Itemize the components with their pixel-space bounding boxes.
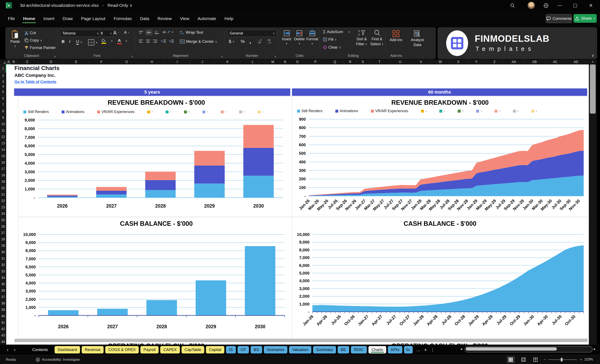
column-header-S[interactable]: S [356,60,369,64]
row-header-43[interactable]: 43 [0,332,6,339]
row-header-38[interactable]: 38 [0,300,6,307]
ribbon-tab-draw[interactable]: Draw [59,14,76,23]
row-header-41[interactable]: 41 [0,319,6,326]
font-dialog-launcher-icon[interactable]: ↘ [131,55,133,58]
row-header-35[interactable]: 35 [0,281,6,288]
orientation-button[interactable]: ab ∨ [162,30,173,34]
column-header-D[interactable]: D [38,60,64,64]
row-header-33[interactable]: 33 [0,268,6,275]
zoom-out-button[interactable]: − [541,356,549,363]
autosum-button[interactable]: Σ AutoSum ∨ [323,29,350,34]
increase-decimal-button[interactable]: ←.0 .00 [257,39,261,44]
grow-font-button[interactable]: A^ [113,30,119,36]
row-header-31[interactable]: 31 [0,255,6,262]
cut-button[interactable]: Cut [24,31,36,35]
paste-button[interactable]: Paste ∨ [8,30,22,47]
column-header-AD[interactable]: AD [566,60,586,64]
row-header-36[interactable]: 36 [0,288,6,294]
sort-filter-button[interactable]: AZ Sort & Filter∨ [355,29,368,46]
close-button[interactable]: × [587,1,595,9]
column-header-Q[interactable]: Q [326,60,344,64]
sheet-tab-scenarios[interactable]: Scenarios [264,346,288,354]
row-header-30[interactable]: 30 [0,249,6,255]
sheet-tab-roic[interactable]: ROIC [351,346,367,354]
row-header-3[interactable]: 3 [0,79,6,85]
sheet-tab-bs[interactable]: BS [251,346,262,354]
borders-button[interactable]: ∨ [88,39,98,46]
shrink-font-button[interactable]: Av [124,30,129,35]
row-header-18[interactable]: 18 [0,172,6,179]
column-header-T[interactable]: T [369,60,390,64]
scroll-up-icon[interactable]: ▲ [589,60,597,63]
search-icon[interactable] [509,2,516,9]
row-header-11[interactable]: 11 [0,127,6,134]
row-header-32[interactable]: 32 [0,262,6,268]
row-header-22[interactable]: 22 [0,198,6,204]
fill-color-chevron[interactable]: ∨ [111,39,113,42]
column-header-M[interactable]: M [265,60,280,64]
align-right-button[interactable] [153,39,158,43]
decrease-decimal-button[interactable]: .00 →.0 [267,39,271,44]
find-select-button[interactable]: Find & Select∨ [370,29,384,46]
underline-button[interactable]: U ∨ [76,39,82,45]
align-middle-button[interactable] [146,30,152,35]
more-sheets-ellipsis[interactable]: … [416,347,421,352]
maximize-button[interactable]: ▢ [571,1,579,9]
sheet-tab-cogs-opex[interactable]: COGS & OPEX [105,346,139,354]
row-header-44[interactable]: 44 [0,339,6,345]
sheet-tab-sc[interactable]: Sc [404,346,413,354]
sheet-tab-capital[interactable]: Capital [206,346,224,354]
zoom-slider-thumb[interactable] [561,358,562,362]
row-header-27[interactable]: 27 [0,230,6,236]
column-header-AA[interactable]: AA [504,60,524,64]
minimize-button[interactable]: — [556,1,564,9]
fill-color-button[interactable] [101,38,106,44]
row-header-26[interactable]: 26 [0,224,6,230]
clear-button[interactable]: Clear ∨ [323,45,341,50]
column-header-F[interactable]: F [89,60,114,64]
font-size-select[interactable]: 8 ∨ [99,30,114,37]
sheet-tab-contents[interactable]: Contents [27,346,53,354]
decrease-indent-button[interactable] [161,39,166,43]
row-header-9[interactable]: 9 [0,115,6,121]
ribbon-tab-formulas[interactable]: Formulas [110,14,135,23]
table-of-contents-link[interactable]: Go to Table of Contents [14,80,56,84]
zoom-in-button[interactable]: + [577,356,585,363]
number-dialog-launcher-icon[interactable]: ↘ [274,55,276,58]
ribbon-tab-data[interactable]: Data [137,14,152,23]
column-header-V[interactable]: V [411,60,431,64]
column-header-B[interactable]: B [11,60,17,64]
format-cells-button[interactable]: Format ∨ [306,30,319,45]
vertical-scrollbar[interactable]: ▲ [589,60,597,345]
merge-center-button[interactable]: Merge & Center ∨ [180,39,217,44]
column-header-AB[interactable]: AB [524,60,545,64]
zoom-slider-track[interactable] [548,359,577,360]
accessibility-status[interactable]: Accessibility: Investigate [36,358,80,362]
row-header-34[interactable]: 34 [0,275,6,281]
select-all-corner[interactable] [0,60,6,65]
ribbon-tab-automate[interactable]: Automate [194,14,220,23]
align-left-button[interactable] [139,39,143,43]
row-header-25[interactable]: 25 [0,217,6,224]
row-header-21[interactable]: 21 [0,191,6,198]
page-layout-view-button[interactable] [519,356,528,363]
share-button[interactable]: Share ∨ [573,14,597,23]
row-header-29[interactable]: 29 [0,243,6,249]
chart-cash-balance-60m[interactable]: CASH BALANCE - $'000 -1,0002,0003,0004,0… [292,217,588,338]
row-header-4[interactable]: 4 [0,85,6,88]
sheet-nav-right-icon[interactable]: › [11,347,18,353]
wrap-text-button[interactable]: abc Wrap Text [180,30,203,35]
column-header-N[interactable]: N [280,60,290,64]
column-header-J[interactable]: J [190,60,215,64]
row-header-1[interactable]: 1 [0,64,6,73]
column-header-G[interactable]: G [114,60,139,64]
sheet-tab-charts[interactable]: Charts [368,346,386,354]
page-break-view-button[interactable] [531,356,540,363]
column-header-L[interactable]: L [240,60,265,64]
sheet-tab-kpis[interactable]: KPIs [388,346,402,354]
column-header-E[interactable]: E [64,60,89,64]
align-top-button[interactable] [139,31,143,34]
row-header-12[interactable]: 12 [0,134,6,140]
globe-icon[interactable] [543,2,550,9]
align-center-button[interactable] [146,39,150,43]
